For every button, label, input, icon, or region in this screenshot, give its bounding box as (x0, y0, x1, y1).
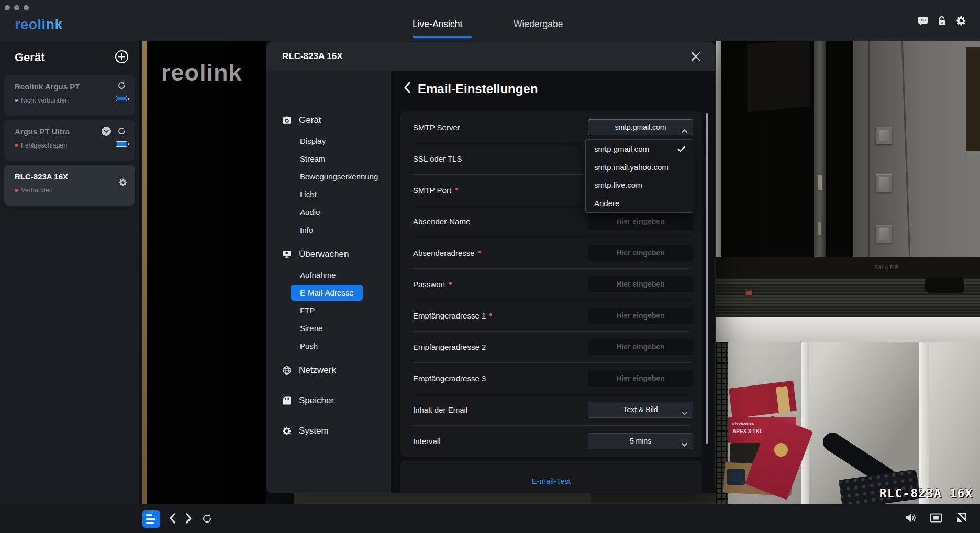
cardboard-box-label (727, 469, 745, 485)
smtp-server-dropdown-menu: smtp.gmail.com smtp.mail.yahoo.com smtp.… (585, 139, 693, 213)
tab-playback[interactable]: Wiedergabe (514, 19, 563, 30)
shelf-divider2 (919, 342, 929, 504)
window-close-dot[interactable] (5, 5, 10, 10)
required-dot (478, 251, 481, 253)
device-card-argus-pt[interactable]: Reolink Argus PT Nicht verbunden (4, 75, 135, 116)
wifi-icon (102, 127, 111, 138)
reconnect-icon[interactable] (117, 81, 126, 92)
active-tab-underline (413, 36, 472, 38)
modal-title: RLC-823A 16X (282, 51, 343, 62)
required-dot (489, 313, 492, 316)
desk-strip (294, 493, 591, 504)
next-icon[interactable] (185, 513, 193, 526)
nav-item-audio[interactable]: Audio (266, 203, 391, 221)
nav-item-stream[interactable]: Stream (266, 150, 391, 167)
tv-bezel: SHARP (716, 257, 980, 279)
nav-item-push[interactable]: Push (266, 337, 391, 355)
device-status: Nicht verbunden (15, 97, 69, 104)
settings-icon[interactable] (956, 16, 966, 26)
chat-icon[interactable] (918, 16, 928, 26)
dropdown-option-live[interactable]: smtp.live.com (586, 176, 693, 194)
form-row-inhalt-der-email: Inhalt der Email Text & Bild (400, 394, 702, 425)
nav-item-aufnahme[interactable]: Aufnahme (266, 266, 391, 283)
tab-live-view[interactable]: Live-Ansicht (413, 19, 462, 30)
device-sidebar: Gerät Reolink Argus PT Nicht verbunden A… (0, 41, 139, 504)
device-card-argus-pt-ultra[interactable]: Argus PT Ultra Fehlgeschlagen (4, 120, 135, 161)
nav-section-netzwerk[interactable]: Netzwerk (266, 359, 391, 382)
empfaengeradresse-3-input[interactable] (588, 370, 693, 387)
plus-icon (118, 53, 125, 60)
chevron-up-icon (682, 126, 687, 134)
sidebar-title: Gerät (15, 51, 44, 64)
shelf-divider (801, 342, 809, 504)
nav-item-ftp[interactable]: FTP (266, 301, 391, 319)
inhalt-der-email-select[interactable]: Text & Bild (588, 402, 693, 418)
nav-section-system[interactable]: System (266, 419, 391, 443)
device-status: Verbunden (15, 187, 52, 194)
add-device-button[interactable] (115, 50, 128, 63)
app-window: reolink Live-Ansicht Wiedergabe Gerät Re… (0, 0, 980, 533)
device-name: Argus PT Ultra (15, 127, 70, 136)
gray-wall (853, 41, 980, 257)
empfaengeradresse-1-input[interactable] (588, 308, 693, 324)
passwort-input[interactable] (588, 276, 693, 292)
storage-icon (282, 396, 292, 405)
nav-section-geraet[interactable]: Gerät (266, 109, 391, 132)
form-row-empfaengeradresse-1: Empfängeradresse 1 (400, 300, 702, 331)
window-minimize-dot[interactable] (14, 5, 19, 10)
nav-item-display[interactable]: Display (266, 132, 391, 150)
modal-nav: Gerät Display Stream Bewegungserkennung … (266, 71, 391, 493)
door-lock-plate2 (818, 222, 821, 235)
chevron-down-icon (682, 409, 687, 417)
smtp-server-select[interactable]: smtp.gmail.com (588, 119, 693, 135)
nav-section-speicher[interactable]: Speicher (266, 389, 391, 412)
intervall-select[interactable]: 5 mins (588, 433, 693, 449)
nav-section-ueberwachen[interactable]: Überwachen (266, 243, 391, 266)
nav-item-licht[interactable]: Licht (266, 185, 391, 203)
camera-osd-label: RLC-823A 16X (879, 486, 973, 500)
required-dot (455, 188, 458, 190)
pip-icon[interactable] (930, 513, 942, 525)
battery-icon (116, 96, 127, 101)
modal-scrollbar[interactable] (706, 113, 708, 444)
absender-name-input[interactable] (588, 213, 693, 230)
nav-item-email-adresse[interactable]: E-Mail-Adresse (266, 283, 391, 301)
refresh-icon[interactable] (202, 514, 212, 526)
unlock-icon[interactable] (937, 16, 947, 26)
volume-icon[interactable] (905, 513, 916, 525)
fullscreen-icon[interactable] (956, 513, 966, 525)
live-video-left[interactable]: reolink (142, 41, 266, 504)
device-card-rlc-823a[interactable]: RLC-823A 16X Verbunden (4, 165, 135, 206)
wall-corner (716, 41, 721, 279)
prev-icon[interactable] (169, 513, 176, 526)
back-chevron-icon[interactable] (404, 82, 410, 96)
live-video-right[interactable]: SHARP steelseries APEX 3 TKL RLC-823A 16… (716, 41, 980, 504)
form-row-absenderadresse: Absenderadresse (400, 237, 702, 268)
device-name: Reolink Argus PT (15, 82, 80, 91)
dropdown-option-andere[interactable]: Andere (586, 194, 693, 212)
checkmark-icon (677, 145, 685, 154)
player-toolbar (0, 504, 980, 533)
nav-item-bewegungserkennung[interactable]: Bewegungserkennung (266, 167, 391, 185)
reconnect-icon[interactable] (117, 127, 126, 138)
device-settings-gear-icon[interactable] (119, 178, 127, 189)
gear-icon (282, 426, 292, 436)
camera-icon (282, 116, 292, 125)
window-zoom-dot[interactable] (24, 5, 29, 10)
dropdown-option-yahoo[interactable]: smtp.mail.yahoo.com (586, 158, 693, 176)
nav-item-info[interactable]: Info (266, 221, 391, 239)
layout-list-icon[interactable] (142, 510, 160, 528)
reolink-logo: reolink (15, 17, 63, 33)
required-dot (449, 282, 452, 285)
email-form-card: SMTP Server smtp.gmail.com SSL oder TLS … (400, 111, 702, 457)
panel-title-row: Email-Einstellungen (404, 82, 538, 96)
monitor-reolink-logo: reolink (161, 59, 242, 86)
empfaengeradresse-2-input[interactable] (588, 339, 693, 355)
absenderadresse-input[interactable] (588, 245, 693, 261)
light-switch-2 (876, 174, 892, 192)
email-test-button[interactable]: E-mail-Test (531, 477, 571, 485)
device-status: Fehlgeschlagen (15, 142, 67, 149)
close-icon[interactable] (690, 51, 701, 62)
dropdown-option-gmail[interactable]: smtp.gmail.com (586, 140, 693, 158)
nav-item-sirene[interactable]: Sirene (266, 319, 391, 337)
